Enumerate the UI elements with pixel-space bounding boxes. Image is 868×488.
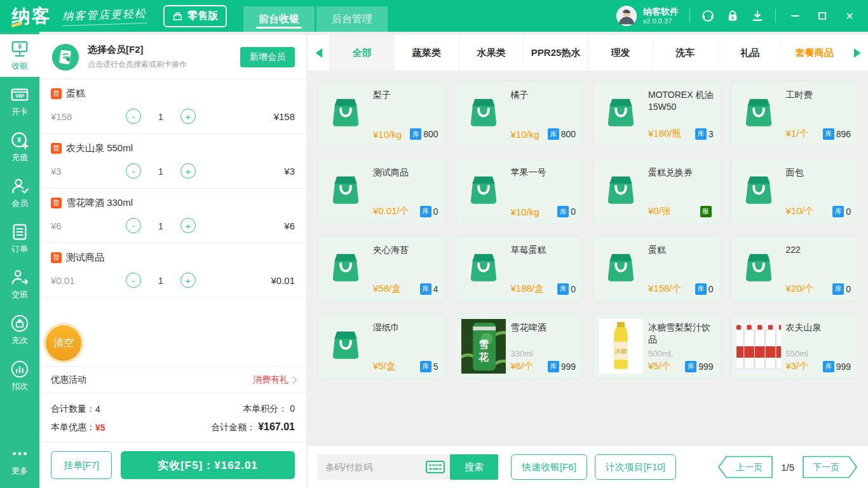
stock-count: 4 [433,284,438,294]
promo-value: 消费有礼 [253,374,288,386]
count-item-button[interactable]: 计次项目[F10] [595,454,676,480]
deduct-times-icon [10,360,29,379]
tab-back-office[interactable]: 后台管理 [316,6,388,32]
product-card[interactable]: 工时费 ¥1/个 库 896 [731,81,858,147]
decrease-qty-button[interactable]: - [126,218,141,233]
quick-cashier-button[interactable]: 快速收银[F6] [511,454,587,480]
sidebar-item-recharge[interactable]: ¥ 充值 [0,126,39,168]
increase-qty-button[interactable]: + [180,163,196,179]
product-price: ¥58/盒 [373,283,401,295]
cart-item-qty: 1 [156,220,165,231]
product-card[interactable]: 农夫山泉 550ml ¥3/个 库 999 [731,313,858,379]
user-name: 纳客软件 [643,6,679,17]
product-card[interactable]: MOTOREX 机油 15W50 ¥180/瓶 库 3 [593,81,721,147]
sidebar-item-deduct-times[interactable]: 扣次 [0,355,39,397]
product-price: ¥188/盒 [511,283,545,295]
tab-front-cashier[interactable]: 前台收银 [243,6,315,32]
cart-item-price: ¥6 [51,220,126,231]
product-name: 湿纸巾 [373,322,438,334]
product-card[interactable]: 冰糖 冰糖雪梨梨汁饮品 500mL ¥5/个 库 999 [593,313,721,379]
sidebar-item-more[interactable]: 更多 [0,439,39,482]
download-icon[interactable] [750,9,764,23]
product-card[interactable]: 面包 ¥10/个 库 0 [731,158,858,224]
sidebar-item-recharge-times[interactable]: 充次 [0,309,39,351]
product-price: ¥6/个 [511,360,534,372]
product-card[interactable]: 雪花 雪花啤酒 330ml ¥6/个 库 999 [456,313,583,379]
stock-badge: 库 [695,283,707,295]
cart-item-row: 普 农夫山泉 550ml ¥3 - 1 + ¥3 [39,134,306,189]
sidebar-nav: ¥ 收银 VIP 开卡 ¥ 充值 会员 订单 交班 充次 扣次 更多 [0,32,39,488]
next-categories-arrow[interactable] [846,35,868,71]
bottom-bar: 搜索 快速收银[F6] 计次项目[F10] 上一页 1/5 下一页 [308,446,868,488]
product-subtitle: 500mL [648,349,714,358]
page-indicator: 1/5 [781,462,794,473]
sidebar-item-vip-card[interactable]: VIP 开卡 [0,80,39,123]
cart-item-name: 雪花啤酒 330ml [66,197,133,209]
sidebar-item-label: 交班 [11,289,28,301]
select-member-area[interactable]: 选择会员[F2] 点击进行会员搜索或刷卡操作 新增会员 [39,35,306,79]
increase-qty-button[interactable]: + [180,273,196,288]
category-tab-6[interactable]: 礼品 [717,35,782,71]
edition-badge[interactable]: 零售版 [163,5,227,27]
category-tab-7[interactable]: 套餐商品 [782,35,846,71]
user-account[interactable]: 纳客软件 v2.0.0.37 [616,5,679,27]
clear-cart-button[interactable]: 清空 [46,325,81,361]
promo-row[interactable]: 优惠活动 消费有礼 [39,366,306,393]
cart-item-total: ¥3 [284,166,295,177]
product-card[interactable]: 梨子 ¥10/kg 库 800 [318,81,445,147]
close-icon: ✕ [845,10,853,22]
stock-badge: 库 [557,283,569,295]
product-card[interactable]: 草莓蛋糕 ¥188/盒 库 0 [456,236,583,302]
add-member-button[interactable]: 新增会员 [240,47,295,67]
decrease-qty-button[interactable]: - [126,109,141,124]
decrease-qty-button[interactable]: - [126,273,141,288]
sidebar-item-cash-register[interactable]: ¥ 收银 [0,34,39,77]
hold-order-button[interactable]: 挂单[F7] [51,451,112,479]
category-tab-3[interactable]: PPR25热水 [523,35,588,71]
pay-button[interactable]: 实收[F5]：¥162.01 [121,451,295,479]
product-subtitle: 550ml [786,349,851,358]
lock-icon[interactable] [726,9,740,23]
prev-categories-arrow[interactable] [308,35,329,71]
category-tab-5[interactable]: 洗车 [653,35,717,71]
product-card[interactable]: 测试商品 ¥0.01/个 库 0 [318,158,445,224]
topbar: 纳客 纳客管店更轻松 零售版 前台收银 后台管理 纳客软件 v2.0.0.37 … [0,0,868,32]
category-tab-0[interactable]: 全部 [329,35,394,71]
stock-badge: 服 [700,206,712,217]
next-page-button[interactable]: 下一页 [802,456,858,478]
shopping-bag-icon [323,86,368,141]
stock-badge: 库 [548,128,559,140]
product-card[interactable]: 橘子 ¥10/kg 库 800 [456,81,583,147]
stock-badge: 库 [832,283,844,295]
member-icon [10,177,29,196]
increase-qty-button[interactable]: + [180,218,196,233]
item-type-badge: 普 [51,88,62,99]
category-tab-4[interactable]: 理发 [588,35,653,71]
product-card[interactable]: 湿纸巾 ¥5/盒 库 5 [318,313,445,379]
barcode-input[interactable] [325,462,426,472]
sidebar-item-member[interactable]: 会员 [0,172,39,214]
keyboard-icon[interactable] [426,461,445,473]
minimize-button[interactable] [787,8,803,24]
category-tab-1[interactable]: 蔬菜类 [394,35,459,71]
app-logo: 纳客 [11,0,52,32]
sidebar-item-shift[interactable]: 交班 [0,263,39,306]
water-bottles-image [736,319,781,374]
product-card[interactable]: 苹果一号 ¥10/kg 库 0 [456,158,583,224]
search-button[interactable]: 搜索 [450,454,498,480]
increase-qty-button[interactable]: + [180,109,196,124]
category-tab-label: 套餐商品 [796,47,834,59]
svg-text:VIP: VIP [15,93,24,99]
decrease-qty-button[interactable]: - [126,163,141,179]
product-card[interactable]: 蛋糕兑换券 ¥0/张 服 [593,158,721,224]
maximize-button[interactable] [814,8,831,24]
product-card[interactable]: 蛋糕 ¥158/个 库 0 [593,236,721,302]
prev-page-button[interactable]: 上一页 [717,456,773,478]
shopping-bag-icon [599,86,643,141]
product-card[interactable]: 夹心海苔 ¥58/盒 库 4 [318,236,445,302]
close-button[interactable]: ✕ [841,8,858,24]
support-headset-icon[interactable] [701,9,715,23]
category-tab-2[interactable]: 水果类 [459,35,524,71]
product-card[interactable]: 222 ¥20/个 库 0 [731,236,858,302]
sidebar-item-orders[interactable]: 订单 [0,217,39,260]
